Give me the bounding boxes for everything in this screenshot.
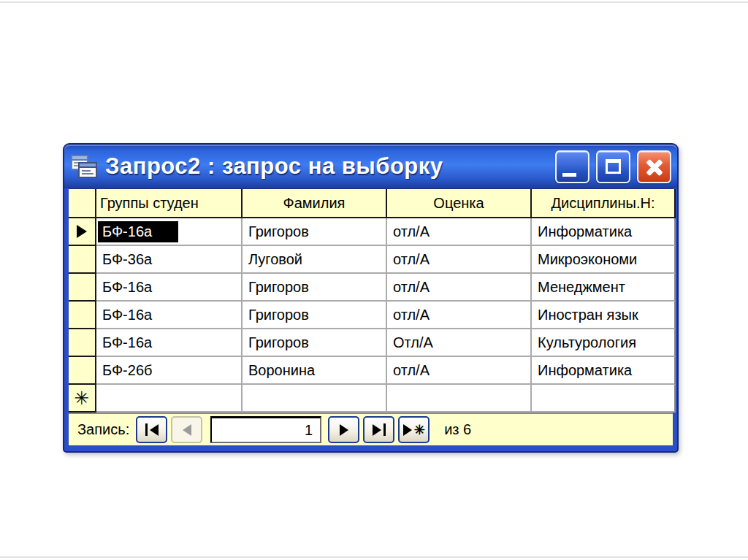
- row-selector[interactable]: [69, 302, 96, 329]
- query-datasheet-window: Запрос2 : запрос на выборку Группы студе…: [63, 143, 679, 453]
- first-record-button[interactable]: [136, 416, 167, 443]
- cell-discipline[interactable]: Информатика: [532, 218, 676, 246]
- last-record-button[interactable]: [363, 416, 394, 443]
- row-selector[interactable]: [69, 329, 96, 357]
- cell-discipline[interactable]: Микроэкономи: [532, 246, 676, 274]
- maximize-button[interactable]: [596, 150, 630, 183]
- new-record-icon: [403, 424, 412, 436]
- maximize-icon: [606, 159, 621, 174]
- last-record-icon: [383, 423, 386, 436]
- window-controls: [555, 150, 671, 183]
- next-record-button[interactable]: [328, 416, 359, 443]
- cell-surname[interactable]: Григоров: [243, 274, 387, 302]
- new-record-button[interactable]: ✳: [398, 416, 430, 443]
- selected-cell-value: БФ-16а: [98, 221, 178, 242]
- page-top-edge: [0, 1, 748, 3]
- cell-grade[interactable]: отл/А: [387, 274, 532, 302]
- column-header-discipline[interactable]: Дисциплины.Н:: [532, 189, 676, 218]
- row-selector-current[interactable]: [69, 218, 96, 246]
- cell-discipline[interactable]: Информатика: [532, 357, 676, 385]
- close-button[interactable]: [637, 150, 671, 183]
- last-record-icon: [373, 424, 381, 436]
- cell-group[interactable]: БФ-16а: [96, 274, 243, 302]
- column-header-group[interactable]: Группы студен: [96, 189, 243, 218]
- cell-group[interactable]: БФ-16а: [96, 302, 243, 329]
- cell-group[interactable]: БФ-26б: [96, 357, 243, 385]
- query-window-icon[interactable]: [70, 154, 98, 179]
- record-label: Запись:: [77, 421, 129, 438]
- record-number-input[interactable]: 1: [210, 416, 321, 443]
- cell-surname[interactable]: Григоров: [243, 218, 387, 246]
- cell-grade[interactable]: отл/А: [387, 246, 532, 274]
- cell-discipline[interactable]: Иностран язык: [532, 302, 676, 329]
- new-record-cell[interactable]: [96, 385, 243, 413]
- page-bottom-edge: [0, 556, 748, 558]
- cell-group[interactable]: БФ-16а: [96, 218, 243, 246]
- datasheet-grid: Группы студен Фамилия Оценка Дисциплины.…: [69, 189, 673, 414]
- previous-record-icon: [183, 424, 191, 436]
- cell-grade[interactable]: отл/А: [387, 218, 532, 246]
- previous-record-button[interactable]: [171, 416, 202, 443]
- new-record-cell[interactable]: [243, 385, 387, 413]
- current-record-arrow-icon: [77, 225, 87, 238]
- record-navigation-bar: Запись: 1 ✳ из 6: [69, 414, 673, 445]
- first-record-icon: [145, 423, 148, 436]
- select-all-corner[interactable]: [69, 189, 96, 218]
- next-record-icon: [340, 424, 348, 436]
- column-header-grade[interactable]: Оценка: [387, 189, 532, 218]
- cell-surname[interactable]: Григоров: [243, 302, 387, 329]
- row-selector[interactable]: [69, 246, 96, 274]
- window-title: Запрос2 : запрос на выборку: [105, 153, 443, 180]
- new-record-cell[interactable]: [532, 385, 676, 413]
- new-record-asterisk-icon: ✳: [75, 389, 90, 407]
- cell-group[interactable]: БФ-16а: [96, 329, 243, 357]
- cell-discipline[interactable]: Менеджмент: [532, 274, 676, 302]
- new-record-icon: ✳: [414, 423, 425, 437]
- cell-surname[interactable]: Воронина: [243, 357, 387, 385]
- row-selector[interactable]: [69, 357, 96, 385]
- new-record-selector[interactable]: ✳: [69, 385, 96, 413]
- cell-grade[interactable]: Отл/А: [387, 329, 532, 357]
- cell-discipline[interactable]: Культурология: [532, 329, 676, 357]
- cell-grade[interactable]: отл/А: [387, 357, 532, 385]
- minimize-icon: [562, 173, 576, 177]
- column-header-surname[interactable]: Фамилия: [243, 189, 387, 218]
- minimize-button[interactable]: [555, 150, 589, 183]
- record-count-text: из 6: [444, 421, 471, 438]
- window-client-area: Группы студен Фамилия Оценка Дисциплины.…: [69, 188, 673, 445]
- row-selector[interactable]: [69, 274, 96, 302]
- cell-surname[interactable]: Григоров: [243, 329, 387, 357]
- cell-surname[interactable]: Луговой: [243, 246, 387, 274]
- first-record-icon: [150, 424, 159, 436]
- title-bar[interactable]: Запрос2 : запрос на выборку: [64, 145, 677, 188]
- cell-group[interactable]: БФ-36а: [96, 246, 243, 274]
- cell-grade[interactable]: отл/А: [387, 302, 532, 329]
- new-record-cell[interactable]: [387, 385, 532, 413]
